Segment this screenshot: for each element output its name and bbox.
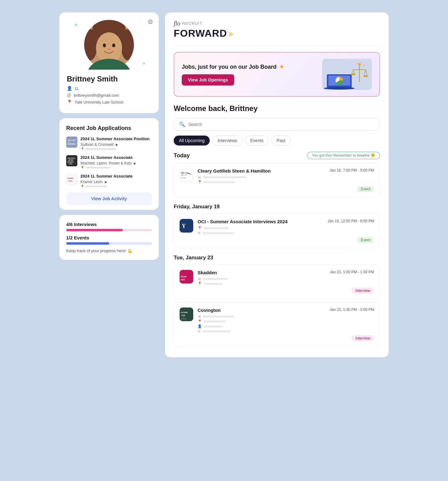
job-location-2: 📍 [80, 166, 152, 169]
covington-event-body: Covington Jan 23, 1:30 PM - 2:00 PM 🖥 📍 … [198, 308, 374, 341]
job-details-3: 2024 1L Summer Associate Kramer Levin 📍 [80, 174, 152, 188]
profile-year-row: 👤 1L [67, 86, 123, 91]
welcome-heading: Welcome back, Brittney [174, 104, 380, 113]
view-job-openings-button[interactable]: View Job Openings [182, 74, 234, 86]
event-card-yale: Y OCI - Summer Associate Interviews 2024… [174, 214, 380, 248]
job-item: WACHTELL LIPTON ROSEN & KATZ 2024 1L Sum… [66, 155, 152, 169]
person-icon: 👤 [198, 324, 202, 328]
skadden-event-details: 🖥 📍 [198, 277, 374, 286]
svg-text:TON: TON [181, 315, 185, 317]
job-company-3: Kramer Levin [80, 180, 152, 184]
gear-icon: ⚙ [198, 329, 201, 333]
monitor-icon: 🖥 [198, 315, 201, 318]
covington-event-top: Covington Jan 23, 1:30 PM - 2:00 PM [198, 308, 374, 313]
today-section-header: Today You got this! Remember to breathe … [174, 152, 380, 159]
yale-detail-row-1: 📍 [198, 226, 374, 230]
friday-header: Friday, January 19 [174, 204, 380, 210]
sparkle-icon-br: ✦ [142, 60, 146, 67]
location-icon: 📍 [198, 282, 202, 286]
today-label: Today [174, 152, 190, 159]
svg-text:CG: CG [181, 172, 184, 173]
job-logo-kl: Kramer Levin [66, 174, 77, 185]
svg-text:Y: Y [182, 223, 186, 229]
cov-detail-row-1: 🖥 [198, 315, 374, 318]
banner-illustration: ✦ ✦ [322, 59, 372, 90]
interview-type-badge: Interview [352, 288, 374, 294]
tab-all-upcoming[interactable]: All Upcoming [174, 136, 210, 146]
svg-text:den: den [181, 278, 185, 281]
skadden-detail-row-1: 🖥 [198, 277, 374, 281]
job-details-2: 2024 1L Summer Associate Wachtell, Lipto… [80, 155, 152, 169]
profile-email-row: @ brittneysmith@gmail.com [67, 93, 123, 98]
forward-row: FORWARD » [174, 28, 233, 39]
view-job-activity-button[interactable]: View Job Activity [66, 192, 152, 205]
interviews-bar-fill [66, 229, 123, 231]
profile-card: ⚙ ✦ [59, 12, 159, 113]
cleary-event-time: Jan 18, 7:00 PM - 9:00 PM [330, 168, 374, 173]
svg-text:Hamilton: Hamilton [181, 177, 187, 178]
search-input[interactable] [188, 122, 375, 127]
tuesday-header: Tue, January 23 [174, 255, 380, 261]
svg-text:✦: ✦ [356, 62, 358, 65]
location-icon: 📍 [67, 99, 72, 104]
filter-tabs: All Upcoming Interviews Events Past [174, 136, 380, 146]
event-card-skadden: Skad den Skadden Jan 23, 1:00 PM - 1:30 … [174, 265, 380, 299]
event-card-cleary: CG Steen & Hamilton Cleary Gottlieb Stee… [174, 163, 380, 197]
job-location-1: 📍 [80, 147, 152, 151]
svg-point-30 [324, 87, 355, 90]
skadden-logo: Skad den [180, 270, 193, 284]
profile-name: Brittney Smith [67, 75, 118, 83]
events-bar-track [66, 242, 152, 245]
keep-track-text: Keep track of your progress here! 💪 [66, 248, 152, 253]
recruit-text: RECRUIT [182, 21, 202, 26]
covington-logo: COVING TON Burling [180, 308, 193, 321]
svg-text:ROSEN &: ROSEN & [67, 161, 74, 163]
svg-point-33 [351, 73, 356, 75]
gear-icon: ⚙ [198, 231, 201, 235]
cov-detail-row-4: ⚙ [198, 329, 374, 333]
profile-school-row: 📍 Yale University Law School [67, 99, 123, 104]
interviews-bar-track [66, 229, 152, 231]
profile-photo-area: ✦ [67, 20, 151, 70]
monitor-icon: 🖥 [198, 175, 201, 179]
event-type-badge: Event [357, 237, 374, 243]
header-divider [174, 45, 380, 46]
tab-interviews[interactable]: Interviews [212, 136, 242, 146]
job-logo-wlrk: WACHTELL LIPTON ROSEN & KATZ [66, 155, 77, 166]
cleary-detail-row-1: 🖥 [198, 175, 374, 179]
job-board-banner: Jobs, just for you on our Job Board ✦ Vi… [174, 52, 380, 97]
svg-point-10 [112, 44, 115, 47]
covington-badge-row: Interview [198, 335, 374, 341]
tab-past[interactable]: Past [271, 136, 290, 146]
detail-bar [204, 321, 226, 322]
recent-jobs-title: Recent Job Applications [66, 125, 152, 132]
event-card-covington: COVING TON Burling Covington Jan 23, 1:3… [174, 302, 380, 347]
detail-bar [203, 176, 246, 178]
detail-bar [204, 326, 222, 327]
skadden-event-name: Skadden [198, 270, 217, 275]
covington-event-time: Jan 23, 1:30 PM - 2:00 PM [330, 308, 374, 312]
svg-text:CROMWELL: CROMWELL [67, 143, 76, 145]
flo-wordmark: flo [174, 20, 180, 27]
cleary-badge-row: Event [198, 186, 374, 192]
cov-detail-row-2: 📍 [198, 319, 374, 323]
interviews-label: 4/6 Interviews [66, 222, 152, 227]
interview-type-badge: Interview [352, 335, 374, 341]
svg-text:COVING: COVING [181, 312, 188, 313]
monitor-icon: 🖥 [198, 277, 201, 281]
profile-year: 1L [75, 86, 79, 91]
app-header: flo RECRUIT FORWARD » [174, 20, 380, 39]
job-item: SULLIVAN & CROMWELL 2024 1L Summer Assoc… [66, 136, 152, 151]
tab-events[interactable]: Events [245, 136, 269, 146]
search-icon: 🔍 [179, 121, 185, 127]
cov-detail-row-3: 👤 [198, 324, 374, 328]
yale-event-body: OCI - Summer Associate Interviews 2024 J… [198, 219, 374, 243]
search-bar[interactable]: 🔍 [174, 118, 380, 131]
cleary-event-top: Cleary Gottlieb Steen & Hamilton Jan 18,… [198, 168, 374, 173]
svg-point-34 [363, 75, 368, 77]
yale-badge-row: Event [198, 237, 374, 243]
chevrons-icon: » [228, 29, 233, 39]
skadden-event-time: Jan 23, 1:00 PM - 1:30 PM [330, 270, 374, 274]
sidebar: ⚙ ✦ [59, 12, 159, 260]
detail-bar [204, 181, 235, 183]
